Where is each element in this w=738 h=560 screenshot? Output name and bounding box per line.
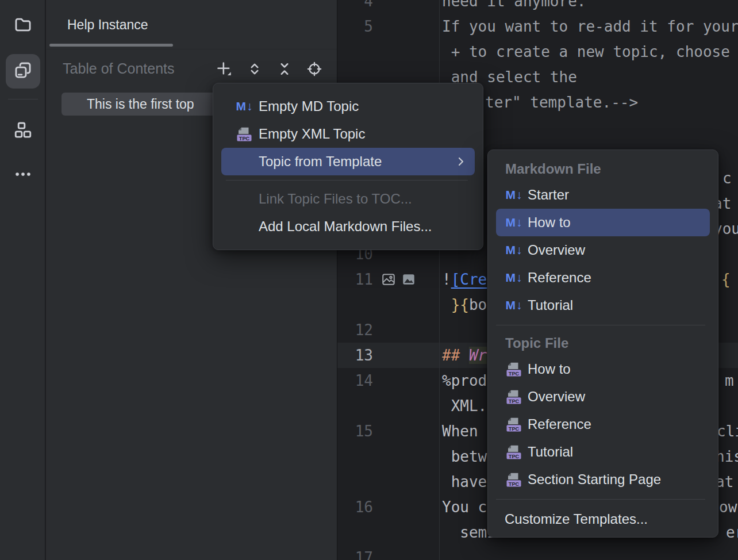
chevron-right-icon <box>454 155 468 168</box>
context-menu: M↓ Empty MD Topic TPC Empty XML Topic To… <box>213 83 483 250</box>
sidebar-item-structure[interactable] <box>6 114 40 148</box>
code-segment: bo <box>469 296 487 313</box>
menu-item-label: How to <box>528 214 571 231</box>
submenu-item-tpc-how-to[interactable]: TPC How to <box>496 355 710 383</box>
menu-item-label: Link Topic Files to TOC... <box>259 191 412 207</box>
menu-item-empty-md-topic[interactable]: M↓ Empty MD Topic <box>221 93 475 120</box>
line-number: 16 <box>337 494 373 520</box>
menu-item-label: How to <box>528 361 571 377</box>
sidebar-item-project[interactable] <box>6 9 40 43</box>
menu-separator <box>226 180 468 181</box>
submenu-group-header: Topic File <box>488 331 718 355</box>
activity-bar <box>0 0 45 560</box>
markdown-icon: M↓ <box>505 243 523 257</box>
code-segment: }{ <box>451 296 469 313</box>
markdown-icon: M↓ <box>505 188 523 202</box>
sidebar-item-more[interactable] <box>6 158 40 193</box>
structure-icon <box>13 120 33 142</box>
menu-item-empty-xml-topic[interactable]: TPC Empty XML Topic <box>221 120 475 148</box>
instances-icon <box>13 60 33 82</box>
markdown-icon: M↓ <box>235 99 253 113</box>
toolwindow-header: Help Instance <box>46 0 337 49</box>
submenu-item-md-overview[interactable]: M↓ Overview <box>496 236 710 264</box>
svg-text:TPC: TPC <box>509 481 520 487</box>
menu-item-label: Customize Templates... <box>505 511 648 527</box>
code-segment: You c <box>442 498 487 516</box>
code-segment: XML. <box>442 397 487 415</box>
sidebar-item-instances[interactable] <box>6 54 40 89</box>
topic-file-icon: TPC <box>505 416 523 433</box>
template-submenu: Markdown File M↓ Starter M↓ How to M↓ Ov… <box>487 149 718 538</box>
editor-line[interactable]: + to create a new topic, choose " <box>337 39 738 64</box>
line-number: 13 <box>337 343 373 368</box>
code-segment: + to create a new topic, choose " <box>442 43 738 60</box>
svg-text:TPC: TPC <box>509 454 520 459</box>
submenu-item-tpc-overview[interactable]: TPC Overview <box>496 383 710 411</box>
menu-item-label: Add Local Markdown Files... <box>259 218 432 235</box>
markdown-icon: M↓ <box>505 216 523 229</box>
menu-item-label: Starter <box>528 187 569 203</box>
editor-line[interactable]: 5If you want to re-add it for your <box>337 14 738 39</box>
add-icon[interactable] <box>216 61 232 77</box>
code-segment: Wr <box>469 347 487 364</box>
submenu-item-tpc-tutorial[interactable]: TPC Tutorial <box>496 438 710 466</box>
submenu-item-tpc-section-starting-page[interactable]: TPC Section Starting Page <box>496 466 710 493</box>
submenu-item-tpc-reference[interactable]: TPC Reference <box>496 411 710 438</box>
svg-text:TPC: TPC <box>509 398 520 404</box>
menu-item-label: Overview <box>528 389 585 405</box>
menu-item-add-local-markdown[interactable]: Add Local Markdown Files... <box>221 213 475 240</box>
code-segment: er <box>726 520 738 545</box>
line-number: 17 <box>337 545 373 560</box>
code-segment: ! <box>442 271 451 288</box>
code-segment: { <box>721 267 731 292</box>
image-filled-icon[interactable] <box>401 272 416 287</box>
locate-icon[interactable] <box>306 61 322 77</box>
line-number: 4 <box>337 0 373 14</box>
collapse-all-icon[interactable] <box>276 61 293 77</box>
code-segment: m <box>725 368 734 393</box>
submenu-item-md-starter[interactable]: M↓ Starter <box>496 181 710 209</box>
markdown-icon: M↓ <box>505 298 523 312</box>
topic-file-icon: TPC <box>505 471 523 488</box>
code-segment <box>442 296 451 313</box>
code-segment: c <box>722 166 732 191</box>
more-icon <box>13 164 33 186</box>
panel-section-title: Table of Contents <box>63 60 175 77</box>
topic-file-icon: TPC <box>505 443 523 461</box>
code-segment: ter" template.--> <box>485 90 638 115</box>
editor-line[interactable]: 4need it anymore. <box>337 0 738 14</box>
svg-text:TPC: TPC <box>509 426 520 432</box>
menu-item-customize-templates[interactable]: Customize Templates... <box>496 505 710 533</box>
folder-icon <box>13 15 33 37</box>
topic-file-icon: TPC <box>505 388 523 405</box>
menu-item-label: Overview <box>528 242 585 258</box>
submenu-group-header: Markdown File <box>488 157 718 181</box>
submenu-item-md-tutorial[interactable]: M↓ Tutorial <box>496 291 710 319</box>
code-segment: his <box>716 444 738 469</box>
line-number: 11 <box>337 267 373 292</box>
code-segment: need it anymore. <box>442 0 586 10</box>
menu-item-label: Reference <box>528 416 591 432</box>
code-segment: cli <box>717 419 738 444</box>
menu-separator <box>496 325 705 325</box>
line-number: 14 <box>337 368 373 393</box>
menu-item-label: Topic from Template <box>259 154 382 170</box>
svg-text:TPC: TPC <box>239 136 250 141</box>
submenu-item-md-reference[interactable]: M↓ Reference <box>496 264 710 291</box>
expand-all-icon[interactable] <box>247 61 263 77</box>
code-segment: have <box>442 473 487 490</box>
menu-item-topic-from-template[interactable]: Topic from Template <box>221 148 475 175</box>
topic-file-icon: TPC <box>505 360 523 378</box>
code-segment: If you want to re-add it for your <box>442 18 738 35</box>
toolwindow-title: Help Instance <box>67 17 148 33</box>
line-number: 15 <box>337 419 373 444</box>
menu-item-label: Section Starting Page <box>528 471 661 488</box>
gutter-icons[interactable] <box>381 272 416 287</box>
code-segment: ## <box>442 347 469 364</box>
menu-separator <box>496 499 705 500</box>
sidebar-divider <box>8 99 38 99</box>
submenu-item-md-how-to[interactable]: M↓ How to <box>496 209 710 236</box>
image-outline-icon[interactable] <box>381 272 396 287</box>
editor-line[interactable]: 17 <box>337 545 738 560</box>
menu-item-link-topic-files: Link Topic Files to TOC... <box>221 185 475 213</box>
